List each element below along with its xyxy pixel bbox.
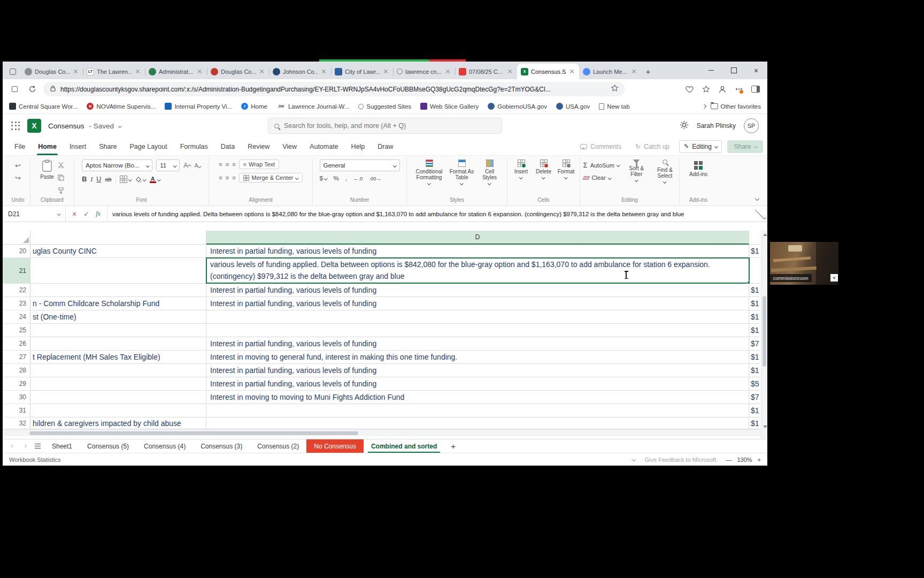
sheet-tab-consensus-5[interactable]: Consensus (5) bbox=[80, 439, 136, 453]
url-input[interactable] bbox=[60, 86, 606, 93]
font-size-dropdown[interactable]: 11 bbox=[156, 159, 180, 171]
workbook-statistics-button[interactable]: Workbook Statistics bbox=[9, 457, 60, 463]
tab-close-icon[interactable] bbox=[321, 69, 327, 75]
search-input[interactable] bbox=[284, 122, 496, 130]
cell-e[interactable]: $1 bbox=[749, 364, 760, 377]
redo-icon[interactable]: ↪ bbox=[15, 174, 21, 182]
tab-close-icon[interactable] bbox=[73, 69, 79, 75]
formula-input[interactable]: various levels of funding applied. Delta… bbox=[107, 211, 754, 217]
bookmark-item[interactable]: NNOVAtime Supervis... bbox=[87, 103, 156, 110]
decrease-decimal-icon[interactable]: .00→ bbox=[369, 176, 381, 181]
browser-tab[interactable]: LTThe Lawren... bbox=[83, 64, 145, 79]
ribbon-tab-review[interactable]: Review bbox=[241, 138, 276, 155]
row-number[interactable]: 25 bbox=[3, 324, 30, 337]
cell-d[interactable]: Interest in partial funding, various lev… bbox=[206, 284, 749, 297]
zoom-in-button[interactable]: + bbox=[758, 457, 761, 463]
row-number[interactable]: 28 bbox=[3, 364, 30, 377]
new-tab-button[interactable]: + bbox=[641, 64, 655, 78]
cell-d[interactable]: Interest in partial funding, various lev… bbox=[206, 245, 749, 258]
wrap-text-button[interactable]: ≡Wrap Text bbox=[239, 159, 280, 169]
tab-close-icon[interactable] bbox=[135, 69, 141, 75]
cell-d[interactable] bbox=[206, 417, 749, 429]
cell-e[interactable]: $5 bbox=[749, 377, 760, 391]
row-number[interactable]: 24 bbox=[3, 310, 30, 324]
catch-up-button[interactable]: ↻Catch up bbox=[631, 141, 674, 153]
format-cells-button[interactable]: Format bbox=[557, 159, 576, 179]
row-number[interactable]: 31 bbox=[3, 404, 30, 417]
ribbon-tab-page-layout[interactable]: Page Layout bbox=[124, 138, 174, 155]
sheet-nav-left-icon[interactable] bbox=[7, 445, 19, 447]
sheet-nav-right-icon[interactable] bbox=[19, 445, 30, 447]
cell-left[interactable]: uglas County CINC bbox=[30, 245, 206, 258]
bookmark-item[interactable]: Suggested Sites bbox=[358, 103, 411, 110]
row-number[interactable]: 22 bbox=[3, 284, 30, 297]
ribbon-tab-file[interactable]: File bbox=[8, 138, 32, 155]
column-header-e[interactable] bbox=[749, 231, 760, 245]
cell-left[interactable] bbox=[30, 284, 206, 297]
bookmark-item[interactable]: JWLawrence Journal-W... bbox=[276, 103, 349, 110]
cell-e[interactable]: $1 bbox=[749, 297, 760, 310]
row-number[interactable]: 27 bbox=[3, 351, 30, 364]
tab-actions-icon[interactable] bbox=[5, 64, 21, 79]
tab-close-icon[interactable] bbox=[569, 69, 575, 75]
collapse-ribbon-icon[interactable] bbox=[755, 196, 759, 201]
sort-filter-button[interactable]: Sort & Filter bbox=[625, 159, 648, 181]
browser-tab[interactable]: City of Lawr... bbox=[331, 64, 393, 79]
sheet-tab-consensus-2[interactable]: Consensus (2) bbox=[250, 439, 306, 453]
vertical-scrollbar[interactable] bbox=[761, 231, 767, 439]
cell-left[interactable] bbox=[30, 364, 206, 377]
cell-left[interactable] bbox=[30, 404, 206, 417]
browser-tab[interactable]: Launch Me... bbox=[579, 64, 641, 79]
bookmark-star-icon[interactable] bbox=[611, 84, 619, 94]
refresh-icon[interactable] bbox=[26, 83, 38, 96]
increase-decimal-icon[interactable]: ←.0 bbox=[353, 176, 363, 181]
close-icon[interactable]: × bbox=[830, 274, 838, 282]
align-center-icon[interactable]: ≡ bbox=[226, 174, 228, 181]
paste-button[interactable]: Paste bbox=[40, 159, 54, 180]
share-button[interactable]: Share bbox=[727, 140, 763, 153]
app-launcher-icon[interactable] bbox=[11, 121, 20, 131]
sidebar-panel-icon[interactable] bbox=[749, 83, 762, 96]
ribbon-tab-draw[interactable]: Draw bbox=[371, 138, 399, 155]
ribbon-tab-data[interactable]: Data bbox=[214, 138, 241, 155]
favorites-icon[interactable] bbox=[699, 83, 712, 96]
cell-d[interactable]: Interest in partial funding, various lev… bbox=[206, 364, 749, 377]
comments-button[interactable]: Comments bbox=[576, 141, 626, 153]
maximize-button[interactable] bbox=[722, 62, 745, 79]
cell-e[interactable]: $1 bbox=[749, 245, 760, 258]
sheet-tab-combined-and-sorted[interactable]: Combined and sorted bbox=[364, 439, 444, 453]
select-all-corner[interactable] bbox=[3, 231, 30, 245]
enter-icon[interactable]: ✓ bbox=[83, 210, 89, 218]
cell-d[interactable]: Interest in moving to moving to Muni Fig… bbox=[206, 391, 749, 404]
insert-function-icon[interactable]: fx bbox=[96, 210, 101, 218]
undo-icon[interactable]: ↩ bbox=[15, 162, 21, 170]
bookmark-item[interactable]: Web Slice Gallery bbox=[420, 103, 479, 110]
browser-tab[interactable]: Administrat... bbox=[145, 64, 207, 79]
cell-left[interactable] bbox=[30, 391, 206, 404]
percent-format-icon[interactable]: % bbox=[333, 175, 338, 181]
shrink-font-icon[interactable]: A bbox=[195, 163, 201, 169]
bookmark-item[interactable]: Internal Property Vi... bbox=[165, 103, 232, 110]
align-left-icon[interactable]: ≡ bbox=[219, 174, 221, 181]
cell-e[interactable]: $7 bbox=[749, 337, 760, 351]
accounting-format-icon[interactable]: $ bbox=[320, 175, 327, 181]
autosum-button[interactable]: ΣAutoSum bbox=[583, 161, 620, 169]
add-sheet-button[interactable]: + bbox=[444, 442, 462, 451]
row-number[interactable]: 29 bbox=[3, 377, 30, 391]
underline-icon[interactable]: U bbox=[96, 176, 101, 183]
minimize-button[interactable] bbox=[700, 62, 722, 79]
all-sheets-menu-icon[interactable] bbox=[30, 444, 44, 449]
cell-left[interactable] bbox=[30, 377, 206, 391]
cell-e[interactable]: $1 bbox=[749, 417, 760, 429]
browser-essentials-icon[interactable] bbox=[683, 83, 696, 96]
cancel-icon[interactable]: × bbox=[72, 210, 76, 218]
settings-menu-icon[interactable] bbox=[733, 83, 745, 96]
cell-e[interactable] bbox=[749, 258, 760, 284]
browser-tab[interactable]: Douglas Co... bbox=[207, 64, 269, 79]
bookmark-item[interactable]: fHome bbox=[241, 103, 267, 110]
browser-tab[interactable]: lawrence cn... bbox=[393, 64, 455, 79]
horizontal-scrollbar[interactable] bbox=[3, 429, 761, 436]
format-as-table-button[interactable]: Format As Table bbox=[448, 159, 476, 185]
cell-e[interactable]: $1 bbox=[749, 351, 760, 364]
tab-close-icon[interactable] bbox=[259, 69, 265, 75]
